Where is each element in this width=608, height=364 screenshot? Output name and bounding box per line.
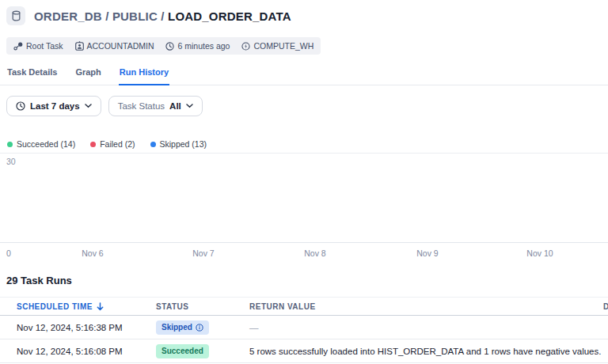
breadcrumb: ORDER_DB / PUBLIC /: [34, 9, 165, 23]
status-badge: Succeeded: [156, 344, 209, 358]
task-status-filter[interactable]: Task Status All: [108, 96, 203, 116]
tab-bar: Task Details Graph Run History: [0, 67, 608, 85]
meta-root-task: Root Task: [13, 41, 63, 51]
root-task-icon: [13, 42, 23, 51]
warehouse-icon: [241, 42, 250, 51]
meta-warehouse: COMPUTE_WH: [241, 41, 314, 51]
status-badge-label: Succeeded: [162, 347, 203, 355]
x-tick-nov10: Nov 10: [526, 248, 553, 258]
account-role-icon: [75, 41, 84, 51]
page-header: ORDER_DB / PUBLIC / LOAD_ORDER_DATA: [0, 0, 608, 25]
table-header: SCHEDULED TIME STATUS RETURN VALUE DURAT…: [0, 297, 608, 316]
meta-label: ACCOUNTADMIN: [87, 41, 154, 51]
x-tick-nov9: Nov 9: [416, 248, 438, 258]
return-value-cell: 5 rows successfully loaded into HIST_ORD…: [249, 339, 601, 362]
task-meta-bar: Root Task ACCOUNTADMIN 6 minutes ago: [6, 37, 321, 55]
database-icon: [6, 6, 25, 25]
meta-role: ACCOUNTADMIN: [75, 41, 154, 51]
meta-last-run: 6 minutes ago: [165, 41, 230, 51]
clock-icon: [16, 101, 25, 111]
date-range-filter[interactable]: Last 7 days: [6, 96, 101, 116]
scheduled-time-cell: Nov 12, 2024, 5:16:08 PM: [17, 339, 123, 362]
meta-label: COMPUTE_WH: [253, 41, 314, 51]
column-return-value: RETURN VALUE: [249, 298, 316, 315]
status-badge-label: Skipped: [162, 323, 192, 332]
legend-label: Failed (2): [100, 139, 135, 149]
tab-run-history[interactable]: Run History: [119, 67, 169, 85]
tab-task-details[interactable]: Task Details: [6, 67, 58, 85]
status-cell: Succeeded: [156, 339, 209, 362]
succeeded-dot-icon: [7, 142, 13, 147]
clock-icon: [165, 42, 174, 51]
task-name: LOAD_ORDER_DATA: [168, 9, 291, 23]
meta-label: Root Task: [26, 41, 63, 51]
status-filter-value: All: [169, 101, 181, 111]
column-label: SCHEDULED TIME: [17, 302, 93, 311]
tab-graph[interactable]: Graph: [74, 67, 101, 85]
chevron-down-icon: [85, 104, 92, 108]
status-filter-label: Task Status: [118, 101, 165, 111]
column-duration: DURATION: [603, 298, 608, 315]
chart-legend: Succeeded (14) Failed (2) Skipped (13): [7, 139, 608, 149]
legend-label: Succeeded (14): [17, 139, 75, 149]
skipped-dot-icon: [150, 142, 156, 147]
run-history-chart: 30: [0, 153, 608, 243]
column-scheduled-time[interactable]: SCHEDULED TIME: [17, 298, 104, 315]
column-status: STATUS: [156, 298, 189, 315]
page-title: ORDER_DB / PUBLIC / LOAD_ORDER_DATA: [34, 9, 291, 23]
info-icon[interactable]: [196, 324, 203, 332]
y-axis-max-label: 30: [6, 157, 16, 166]
meta-label: 6 minutes ago: [177, 41, 230, 51]
sort-descending-icon: [97, 302, 104, 311]
x-tick-nov8: Nov 8: [304, 248, 325, 258]
return-value-cell: —: [249, 316, 259, 339]
scheduled-time-cell: Nov 12, 2024, 5:16:38 PM: [17, 316, 123, 339]
status-cell: Skipped: [156, 316, 209, 339]
legend-label: Skipped (13): [160, 139, 207, 149]
x-tick-nov7: Nov 7: [192, 248, 214, 258]
chevron-down-icon: [186, 104, 193, 108]
failed-dot-icon: [90, 142, 96, 147]
legend-skipped: Skipped (13): [150, 139, 207, 149]
table-row[interactable]: Nov 12, 2024, 5:16:08 PM Succeeded 5 row…: [0, 339, 608, 363]
status-badge: Skipped: [156, 320, 209, 335]
table-row[interactable]: Nov 12, 2024, 5:16:38 PM Skipped —: [0, 316, 608, 339]
x-tick-nov6: Nov 6: [82, 248, 103, 258]
chart-x-axis: 0 Nov 6 Nov 7 Nov 8 Nov 9 Nov 10: [0, 243, 608, 262]
task-runs-heading: 29 Task Runs: [6, 275, 608, 286]
filter-bar: Last 7 days Task Status All: [6, 96, 608, 116]
date-range-value: Last 7 days: [30, 101, 80, 111]
legend-succeeded: Succeeded (14): [7, 139, 75, 149]
y-axis-zero-label: 0: [6, 248, 11, 258]
legend-failed: Failed (2): [90, 139, 135, 149]
